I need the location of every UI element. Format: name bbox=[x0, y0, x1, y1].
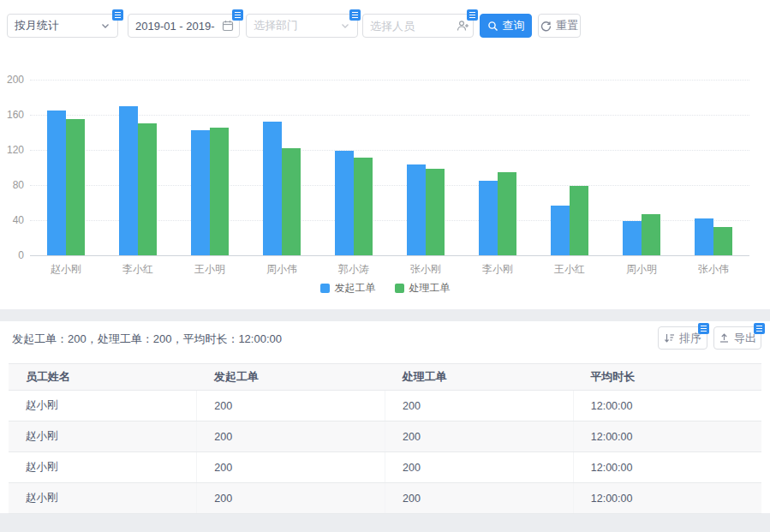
chart-bar bbox=[498, 172, 516, 255]
chart-bar bbox=[570, 186, 588, 255]
chart-panel: 按月统计 选择部门 查询 重置 04080120160200赵小刚李小红王小明周… bbox=[0, 0, 770, 309]
table-cell: 赵小刚 bbox=[9, 421, 197, 452]
legend-swatch-icon bbox=[395, 284, 404, 293]
table-cell: 200 bbox=[197, 391, 385, 421]
legend-item[interactable]: 发起工单 bbox=[320, 281, 376, 296]
y-axis-tick-label: 0 bbox=[0, 249, 24, 261]
table-cell: 赵小刚 bbox=[9, 452, 197, 483]
table-cell: 200 bbox=[385, 483, 574, 514]
widget-handle-icon[interactable] bbox=[232, 9, 243, 21]
chart-bar bbox=[210, 128, 229, 255]
sort-icon bbox=[664, 332, 675, 344]
chart-bar bbox=[263, 122, 282, 255]
x-axis-category-label: 郭小涛 bbox=[318, 262, 390, 277]
table-cell: 赵小刚 bbox=[9, 483, 197, 514]
chart-bar bbox=[47, 111, 66, 255]
table-panel: 发起工单：200，处理工单：200，平均时长：12:00:00 排序 导出 员工… bbox=[0, 321, 770, 513]
table-column-header: 员工姓名 bbox=[9, 364, 197, 391]
bar-chart: 04080120160200赵小刚李小红王小明周小伟郭小涛张小刚李小刚王小红周小… bbox=[0, 0, 770, 309]
x-axis-category-label: 李小红 bbox=[102, 262, 174, 277]
table-row: 赵小刚20020012:00:00 bbox=[9, 452, 761, 483]
y-axis-tick-label: 80 bbox=[0, 179, 24, 191]
widget-handle-icon[interactable] bbox=[112, 9, 123, 21]
table-cell: 12:00:00 bbox=[573, 483, 761, 514]
x-axis-line bbox=[30, 255, 749, 256]
table-cell: 200 bbox=[385, 421, 574, 452]
y-axis-tick-label: 200 bbox=[0, 74, 24, 86]
y-axis-tick-label: 40 bbox=[0, 214, 24, 226]
chart-bar bbox=[479, 181, 498, 255]
widget-handle-icon[interactable] bbox=[467, 9, 478, 21]
widget-handle-icon[interactable] bbox=[349, 9, 361, 21]
chart-bar bbox=[119, 106, 138, 255]
legend-label: 发起工单 bbox=[335, 281, 376, 296]
table-cell: 200 bbox=[385, 391, 574, 421]
chart-bar bbox=[138, 123, 157, 255]
table-column-header: 发起工单 bbox=[197, 364, 385, 391]
chart-bar bbox=[354, 158, 373, 255]
chart-bar bbox=[426, 169, 445, 255]
x-axis-category-label: 赵小刚 bbox=[30, 262, 102, 277]
chart-bar bbox=[551, 206, 570, 255]
chart-bar bbox=[282, 148, 301, 255]
chart-bar bbox=[642, 214, 660, 255]
chart-bar bbox=[335, 151, 354, 255]
chart-bar bbox=[66, 119, 85, 255]
x-axis-category-label: 周小伟 bbox=[246, 262, 318, 277]
x-axis-category-label: 周小明 bbox=[606, 262, 677, 277]
table-row: 赵小刚20020012:00:00 bbox=[9, 391, 761, 421]
y-gridline bbox=[30, 80, 749, 81]
x-axis-category-label: 王小红 bbox=[534, 262, 606, 277]
legend-swatch-icon bbox=[320, 284, 330, 293]
table-cell: 200 bbox=[197, 483, 385, 514]
table-cell: 12:00:00 bbox=[573, 391, 761, 421]
table-column-header: 处理工单 bbox=[385, 364, 574, 391]
chart-bar bbox=[623, 221, 642, 255]
y-gridline bbox=[30, 115, 749, 116]
y-axis-tick-label: 120 bbox=[0, 144, 24, 156]
x-axis-category-label: 张小刚 bbox=[390, 262, 462, 277]
table-cell: 赵小刚 bbox=[9, 391, 197, 421]
x-axis-category-label: 张小伟 bbox=[677, 262, 749, 277]
widget-handle-icon[interactable] bbox=[754, 323, 765, 334]
chart-bar bbox=[191, 130, 210, 255]
x-axis-category-label: 李小刚 bbox=[462, 262, 534, 277]
legend-item[interactable]: 处理工单 bbox=[395, 281, 451, 296]
workorder-table: 员工姓名发起工单处理工单平均时长 赵小刚20020012:00:00赵小刚200… bbox=[9, 363, 761, 514]
y-axis-tick-label: 160 bbox=[0, 109, 24, 121]
export-icon bbox=[719, 332, 730, 344]
legend-label: 处理工单 bbox=[409, 281, 451, 296]
x-axis-category-label: 王小明 bbox=[174, 262, 246, 277]
widget-handle-icon[interactable] bbox=[698, 323, 709, 334]
table-cell: 200 bbox=[385, 452, 574, 483]
chart-bar bbox=[407, 164, 426, 255]
table-cell: 200 bbox=[197, 452, 385, 483]
chart-bar bbox=[695, 218, 713, 255]
table-row: 赵小刚20020012:00:00 bbox=[9, 483, 761, 514]
table-row: 赵小刚20020012:00:00 bbox=[9, 421, 761, 452]
table-cell: 12:00:00 bbox=[573, 452, 761, 483]
chart-legend: 发起工单处理工单 bbox=[0, 281, 770, 296]
table-header: 员工姓名发起工单处理工单平均时长 bbox=[9, 364, 761, 391]
summary-text: 发起工单：200，处理工单：200，平均时长：12:00:00 bbox=[12, 332, 282, 347]
table-cell: 200 bbox=[197, 421, 385, 452]
table-cell: 12:00:00 bbox=[573, 421, 761, 452]
table-column-header: 平均时长 bbox=[573, 364, 761, 391]
chart-bar bbox=[713, 227, 732, 255]
